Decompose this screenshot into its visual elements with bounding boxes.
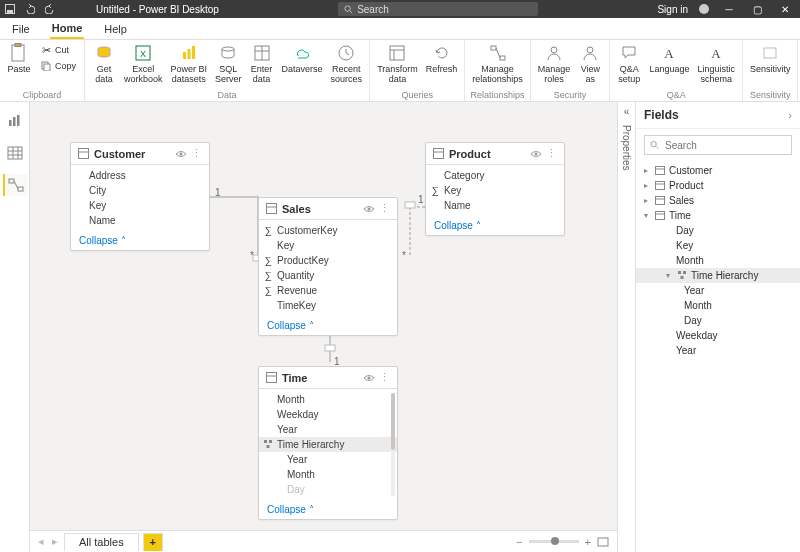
tree-table-item[interactable]: ▸Sales [636, 193, 800, 208]
sensitivity-button[interactable]: Sensitivity [747, 42, 794, 75]
tab-nav-prev[interactable]: ◂ [36, 535, 46, 548]
pbi-datasets-button[interactable]: Power BI datasets [168, 42, 211, 85]
recent-sources-button[interactable]: Recent sources [328, 42, 366, 85]
visibility-toggle-icon[interactable] [363, 374, 377, 382]
tree-field-item[interactable]: Month [636, 298, 800, 313]
field-row[interactable]: ∑Quantity [259, 268, 397, 283]
collapse-link[interactable]: Collapse˄ [259, 500, 397, 519]
field-row[interactable]: TimeKey [259, 298, 397, 313]
tab-nav-next[interactable]: ▸ [50, 535, 60, 548]
manage-roles-button[interactable]: Manage roles [535, 42, 574, 85]
tree-field-item[interactable]: Day [636, 313, 800, 328]
get-data-button[interactable]: Get data [89, 42, 119, 85]
excel-workbook-button[interactable]: XExcel workbook [121, 42, 166, 85]
tree-field-item[interactable]: Month [636, 253, 800, 268]
user-avatar-icon[interactable] [698, 3, 710, 15]
collapse-panes-icon[interactable]: « [624, 106, 630, 117]
collapse-link[interactable]: Collapse˄ [71, 231, 209, 250]
pbi-datasets-icon [179, 43, 199, 63]
save-icon[interactable] [4, 3, 16, 15]
tree-field-item[interactable]: Key [636, 238, 800, 253]
hierarchy-child-row[interactable]: Month [259, 467, 397, 482]
tree-field-item[interactable]: Year [636, 343, 800, 358]
field-row[interactable]: ∑Revenue [259, 283, 397, 298]
field-row[interactable]: Address [71, 168, 209, 183]
tree-field-item[interactable]: Weekday [636, 328, 800, 343]
cut-button[interactable]: ✂Cut [36, 42, 80, 58]
paste-button[interactable]: Paste [4, 42, 34, 75]
collapse-link[interactable]: Collapse˄ [259, 316, 397, 335]
field-row[interactable]: Key [259, 238, 397, 253]
field-row[interactable]: Weekday [259, 407, 397, 422]
transform-data-button[interactable]: Transform data [374, 42, 421, 85]
sign-in-link[interactable]: Sign in [657, 4, 688, 15]
zoom-in-button[interactable]: + [585, 536, 591, 548]
view-as-button[interactable]: View as [575, 42, 605, 85]
more-options-icon[interactable]: ⋮ [189, 147, 203, 160]
language-button[interactable]: ALanguage [646, 42, 692, 75]
table-card-sales[interactable]: Sales ⋮ ∑CustomerKey Key ∑ProductKey ∑Qu… [258, 197, 398, 336]
add-layout-tab-button[interactable]: + [143, 533, 163, 551]
report-view-button[interactable] [3, 110, 27, 132]
model-canvas[interactable]: 1 * * 1 * 1 Customer ⋮ Address City Key … [30, 102, 617, 530]
table-card-time[interactable]: Time ⋮ Month Weekday Year Time Hierarchy… [258, 366, 398, 520]
dataverse-button[interactable]: Dataverse [279, 42, 326, 75]
tree-field-item[interactable]: Year [636, 283, 800, 298]
field-row[interactable]: Month [259, 392, 397, 407]
close-button[interactable]: ✕ [776, 4, 794, 15]
linguistic-schema-button[interactable]: ALinguistic schema [694, 42, 738, 85]
hierarchy-child-row[interactable]: Year [259, 452, 397, 467]
field-row[interactable]: Year [259, 422, 397, 437]
layout-tab-all-tables[interactable]: All tables [64, 533, 139, 551]
maximize-button[interactable]: ▢ [748, 4, 766, 15]
tree-table-item[interactable]: ▾Time [636, 208, 800, 223]
redo-icon[interactable] [44, 3, 56, 15]
field-row[interactable]: City [71, 183, 209, 198]
menu-file[interactable]: File [10, 20, 32, 38]
enter-data-button[interactable]: Enter data [247, 42, 277, 85]
scrollbar[interactable] [391, 393, 395, 496]
visibility-toggle-icon[interactable] [363, 205, 377, 213]
field-row[interactable]: ∑Key [426, 183, 564, 198]
data-view-button[interactable] [3, 142, 27, 164]
global-search[interactable]: Search [338, 2, 538, 16]
hierarchy-row[interactable]: Time Hierarchy [259, 437, 397, 452]
more-options-icon[interactable]: ⋮ [377, 202, 391, 215]
field-row[interactable]: Category [426, 168, 564, 183]
field-row[interactable]: Key [71, 198, 209, 213]
field-row[interactable]: Name [426, 198, 564, 213]
hierarchy-child-row[interactable]: Day [259, 482, 397, 497]
model-view-button[interactable] [3, 174, 27, 196]
fields-search[interactable] [644, 135, 792, 155]
undo-icon[interactable] [24, 3, 36, 15]
field-row[interactable]: Name [71, 213, 209, 228]
tree-field-item[interactable]: Day [636, 223, 800, 238]
menu-home[interactable]: Home [50, 19, 85, 39]
table-card-product[interactable]: Product ⋮ Category ∑Key Name Collapse˄ [425, 142, 565, 236]
menu-help[interactable]: Help [102, 20, 129, 38]
fit-to-page-button[interactable] [597, 537, 609, 547]
manage-relationships-button[interactable]: Manage relationships [469, 42, 526, 85]
minimize-button[interactable]: ─ [720, 4, 738, 15]
visibility-toggle-icon[interactable] [530, 150, 544, 158]
copy-button[interactable]: Copy [36, 58, 80, 74]
zoom-slider[interactable] [529, 540, 579, 543]
collapse-link[interactable]: Collapse˄ [426, 216, 564, 235]
qa-setup-button[interactable]: Q&A setup [614, 42, 644, 85]
zoom-out-button[interactable]: − [516, 536, 522, 548]
table-card-customer[interactable]: Customer ⋮ Address City Key Name Collaps… [70, 142, 210, 251]
refresh-button[interactable]: Refresh [423, 42, 461, 75]
sql-server-button[interactable]: SQL Server [212, 42, 245, 85]
fields-search-input[interactable] [663, 139, 786, 152]
tree-table-item[interactable]: ▸Product [636, 178, 800, 193]
tree-table-item[interactable]: ▸Customer [636, 163, 800, 178]
tree-hierarchy-item[interactable]: ▾Time Hierarchy [636, 268, 800, 283]
field-row[interactable]: ∑CustomerKey [259, 223, 397, 238]
expand-pane-icon[interactable]: › [788, 109, 792, 121]
properties-pane-toggle[interactable]: Properties [621, 125, 632, 171]
more-options-icon[interactable]: ⋮ [377, 371, 391, 384]
ribbon-group-qa: Q&A [614, 90, 738, 101]
visibility-toggle-icon[interactable] [175, 150, 189, 158]
more-options-icon[interactable]: ⋮ [544, 147, 558, 160]
field-row[interactable]: ∑ProductKey [259, 253, 397, 268]
